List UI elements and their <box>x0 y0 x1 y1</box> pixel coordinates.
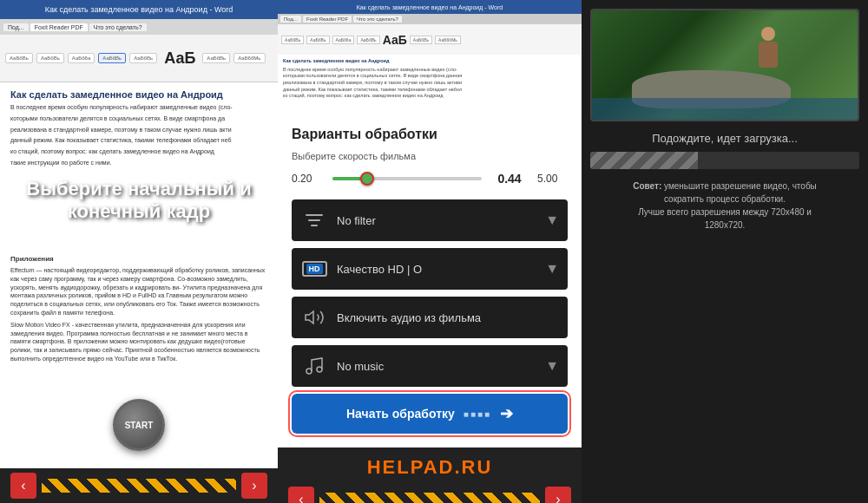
mini-style-4[interactable]: АаБбВь <box>357 36 379 44</box>
doc-para-3: реализована в стандартной камере, поэтом… <box>10 126 267 134</box>
svg-point-1 <box>317 367 322 372</box>
style-6[interactable]: АаБбВь <box>202 53 230 63</box>
center-top-word: Как сделать замедленное видео на Андроид… <box>278 0 582 113</box>
style-1[interactable]: АаБбВь <box>5 53 33 63</box>
progress-bar <box>590 152 698 169</box>
filter-icon <box>300 206 328 234</box>
progress-bar-container <box>590 152 859 169</box>
doc-para-4: данный режим. Как показывает статистика,… <box>10 136 267 145</box>
nav-arrow-right-left[interactable]: › <box>241 473 267 499</box>
nav-arrow-center-left[interactable]: ‹ <box>288 487 314 503</box>
start-button-left[interactable]: START <box>113 399 165 451</box>
nav-arrow-center-right[interactable]: › <box>545 487 571 503</box>
mini-style-5[interactable]: АаБбВь <box>410 36 432 44</box>
center-panel: Как сделать замедленное видео на Андроид… <box>278 0 582 503</box>
music-label: No music <box>337 360 536 373</box>
mini-title-text: Как сделать замедленное видео на Андроид… <box>283 4 576 10</box>
mini-tab-pod[interactable]: Под... <box>280 16 301 23</box>
aab-large: АаБ <box>164 49 195 68</box>
slider-container[interactable] <box>332 170 482 187</box>
svg-point-0 <box>306 369 312 374</box>
mini-style-1[interactable]: АаБбВь <box>281 36 304 44</box>
mini-aab: АаБ <box>383 33 407 47</box>
doc-para-1: В последнее время особую популярность на… <box>10 103 267 112</box>
person-figure <box>759 27 778 68</box>
start-processing-button[interactable]: Начать обработку ■■■■ ➔ <box>292 394 568 434</box>
music-icon <box>300 352 328 380</box>
tip-text: Совет: уменьшите разрешение видео, чтобы… <box>590 180 859 232</box>
right-panel: Подождите, идет загрузка... Совет: умень… <box>582 0 868 503</box>
btn-arrow: ➔ <box>500 404 513 423</box>
quality-icon: HD <box>300 255 328 283</box>
tab-pod[interactable]: Под... <box>3 23 29 31</box>
music-row[interactable]: No music ▼ <box>292 345 568 387</box>
left-panel: Как сделать замедленное видео на Андроид… <box>0 0 278 503</box>
bottom-nav-left: ‹ › <box>0 468 278 503</box>
hd-badge: HD <box>306 264 323 274</box>
filter-label: No filter <box>337 214 536 227</box>
tip-content: уменьшите разрешение видео, чтобысократи… <box>638 181 817 230</box>
style-2[interactable]: АаБбВь <box>36 53 64 63</box>
tab-what[interactable]: Что это сделать? <box>89 23 147 31</box>
speed-min: 0.20 <box>292 173 322 185</box>
start-processing-label: Начать обработку <box>346 407 455 421</box>
doc-para-5: ко стаций, поэтому вопрос: как сделать з… <box>10 147 267 156</box>
overlay-text-left: Выберите начальный иконечный кадр <box>0 178 278 224</box>
app-section: Приложения <box>10 254 267 264</box>
helpad-footer: HELPAD.RU <box>278 447 582 482</box>
mini-tabs: Под... Foxit Reader PDF Что это сделать? <box>278 14 582 24</box>
word-title-left: Как сделать замедленное видео на Андроид… <box>7 5 271 14</box>
filter-row[interactable]: No filter ▼ <box>292 199 568 241</box>
quality-arrow: ▼ <box>545 261 559 277</box>
water-area <box>592 98 858 120</box>
word-tabbar-left: Под... Foxit Reader PDF Что это сделать? <box>0 19 278 35</box>
slider-track <box>332 177 482 180</box>
mini-style-3[interactable]: АаБб6а <box>332 36 355 44</box>
word-ribbon-left: АаБбВь АаБбВь АаБб6а АаБбВь АаБбВь АаБ А… <box>0 35 278 82</box>
mini-style-2[interactable]: АаБбВь <box>306 36 329 44</box>
filter-arrow: ▼ <box>545 212 559 228</box>
slow-motion-text: Slow Motion Video FX - качественная утил… <box>10 321 267 363</box>
style-7[interactable]: АаБ6бМь <box>233 53 265 63</box>
right-panel-inner: Подождите, идет загрузка... Совет: умень… <box>582 0 868 503</box>
music-arrow: ▼ <box>545 358 559 374</box>
style-4[interactable]: АаБбВь <box>98 53 126 63</box>
video-preview <box>590 9 859 121</box>
mini-ribbon: АаБбВь АаБбВь АаБб6а АаБбВь АаБ АаБбВь А… <box>278 24 582 55</box>
doc-title-left: Как сделать замедленное видео на Андроид <box>10 89 267 100</box>
word-titlebar-left: Как сделать замедленное видео на Андроид… <box>0 0 278 19</box>
figure-head <box>761 27 775 41</box>
nav-arrow-left[interactable]: ‹ <box>10 473 36 499</box>
mini-doc: Как сделать замедленное видео на Андроид… <box>278 55 582 113</box>
video-preview-image <box>592 10 858 120</box>
word-window-left: Как сделать замедленное видео на Андроид… <box>0 0 278 503</box>
mini-titlebar: Как сделать замедленное видео на Андроид… <box>278 0 582 14</box>
processing-dialog: Варианты обработки Выберите скорость фил… <box>278 113 582 447</box>
doc-para-2: которыми пользователи делятся в социальн… <box>10 114 267 123</box>
mini-doc-body: В последнее время особую популярность на… <box>283 67 576 100</box>
dialog-title: Варианты обработки <box>292 127 568 142</box>
quality-row[interactable]: HD Качество HD | О ▼ <box>292 248 568 290</box>
figure-body <box>759 42 778 68</box>
helpad-text: HELPAD.RU <box>367 456 493 479</box>
effectum-text: Effectum — настоящий видеоредактор, подд… <box>10 266 267 317</box>
hazard-strip-left <box>42 479 236 493</box>
start-button-label: START <box>125 421 154 430</box>
style-3[interactable]: АаБб6а <box>68 53 95 63</box>
audio-label: Включить аудио из фильма <box>337 311 559 324</box>
tip-label: Совет: <box>633 181 661 191</box>
mini-tab-foxit[interactable]: Foxit Reader PDF <box>303 16 352 23</box>
slider-thumb[interactable] <box>360 172 374 186</box>
btn-dots: ■■■■ <box>464 409 491 419</box>
loading-text: Подождите, идет загрузка... <box>590 132 859 145</box>
mini-style-6[interactable]: АаБ6бМь <box>435 36 461 44</box>
mini-tab-what[interactable]: Что это сделать? <box>353 16 402 23</box>
quality-label: Качество HD | О <box>337 263 536 276</box>
audio-icon <box>300 304 328 331</box>
tab-foxit[interactable]: Foxit Reader PDF <box>30 23 88 31</box>
hazard-strip-center <box>319 493 540 503</box>
doc-para-6: такие инструкции по работе с ними. <box>10 159 267 167</box>
speed-current: 0.44 <box>492 172 527 186</box>
audio-row[interactable]: Включить аудио из фильма <box>292 297 568 338</box>
style-5[interactable]: АаБбВь <box>129 53 157 63</box>
